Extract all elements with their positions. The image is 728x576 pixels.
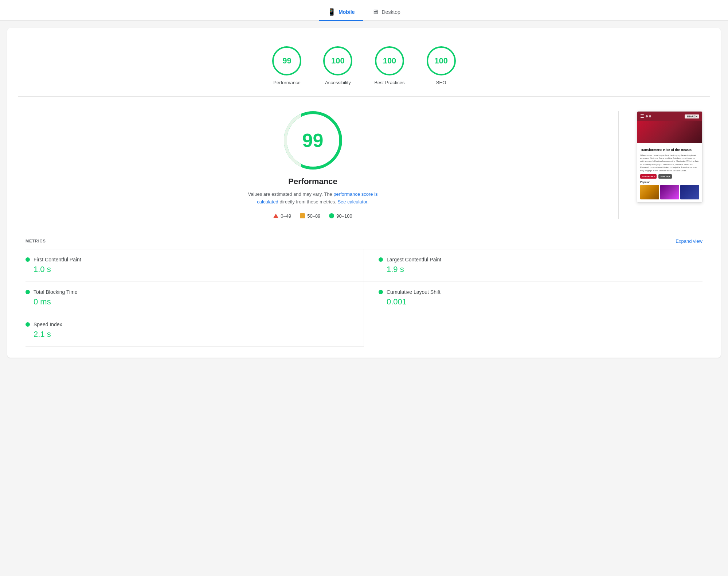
phone-circles: [646, 115, 651, 117]
score-best-practices: 100 Best Practices: [374, 46, 404, 85]
section-divider: [618, 111, 619, 219]
metrics-grid: First Contentful Paint 1.0 s Largest Con…: [26, 249, 702, 347]
metrics-section: METRICS Expand view First Contentful Pai…: [18, 233, 710, 347]
score-seo: 100 SEO: [427, 46, 456, 85]
thumbnail-2: [660, 185, 679, 199]
score-performance: 99 Performance: [272, 46, 301, 85]
cls-status-dot: [379, 290, 383, 294]
tab-desktop[interactable]: 🖥 Desktop: [363, 5, 409, 21]
tab-desktop-label: Desktop: [381, 9, 400, 15]
seo-value: 100: [434, 56, 448, 66]
performance-circle[interactable]: 99: [272, 46, 301, 75]
accessibility-circle[interactable]: 100: [323, 46, 352, 75]
tbt-status-dot: [26, 290, 30, 294]
lcp-value: 1.9 s: [387, 265, 702, 274]
lcp-name: Largest Contentful Paint: [387, 257, 441, 262]
seo-label: SEO: [436, 80, 446, 85]
tab-mobile[interactable]: 📱 Mobile: [319, 4, 363, 21]
pass-icon: [329, 213, 334, 218]
view-details-button[interactable]: VIEW DETAILS: [640, 174, 657, 179]
fcp-name: First Contentful Paint: [34, 257, 81, 262]
legend-fail: 0–49: [273, 213, 291, 219]
si-value: 2.1 s: [34, 330, 349, 339]
perf-desc-middle: directly from these metrics.: [278, 199, 338, 205]
tbt-name: Total Blocking Time: [34, 289, 78, 295]
tab-bar: 📱 Mobile 🖥 Desktop: [0, 0, 728, 21]
phone-hero-image: [637, 121, 702, 143]
phone-content: Transformers: Rise of the Beasts When a …: [637, 145, 702, 202]
phone-circle-1: [646, 115, 648, 117]
perf-desc-end: .: [367, 199, 369, 205]
si-status-dot: [26, 322, 30, 327]
legend-average-range: 50–89: [307, 213, 320, 219]
metric-si: Speed Index 2.1 s: [26, 314, 364, 347]
legend-pass: 90–100: [329, 213, 352, 219]
metric-lcp: Largest Contentful Paint 1.9 s: [364, 249, 702, 282]
see-calculator-link[interactable]: See calculator: [337, 199, 367, 205]
perf-description: Values are estimated and may vary. The p…: [244, 191, 382, 206]
scores-row: 99 Performance 100 Accessibility 100 Bes…: [18, 39, 710, 97]
fcp-value: 1.0 s: [34, 265, 349, 274]
phone-movie-desc: When a new threat capable of destroying …: [640, 154, 699, 172]
tab-mobile-label: Mobile: [338, 9, 355, 15]
metric-fcp: First Contentful Paint 1.0 s: [26, 249, 364, 282]
metric-fcp-header: First Contentful Paint: [26, 257, 349, 262]
lcp-status-dot: [379, 257, 383, 262]
phone-popular-label: Popular: [640, 181, 699, 183]
metric-cls: Cumulative Layout Shift 0.001: [364, 282, 702, 314]
best-practices-label: Best Practices: [374, 80, 404, 85]
legend-average: 50–89: [300, 213, 320, 219]
main-card: 99 Performance 100 Accessibility 100 Bes…: [7, 28, 721, 358]
phone-thumbnails: [640, 185, 699, 199]
score-accessibility: 100 Accessibility: [323, 46, 352, 85]
phone-movie-title: Transformers: Rise of the Beasts: [640, 148, 699, 152]
metrics-header: METRICS Expand view: [26, 233, 702, 249]
perf-title: Performance: [288, 177, 337, 186]
perf-desc-before: Values are estimated and may vary. The: [248, 191, 333, 197]
expand-view-button[interactable]: Expand view: [676, 238, 702, 244]
metric-cls-header: Cumulative Layout Shift: [379, 289, 702, 295]
performance-value: 99: [282, 56, 291, 66]
performance-label: Performance: [273, 80, 300, 85]
legend-pass-range: 90–100: [336, 213, 352, 219]
metric-tbt: Total Blocking Time 0 ms: [26, 282, 364, 314]
accessibility-label: Accessibility: [325, 80, 351, 85]
thumbnail-1: [640, 185, 659, 199]
fail-icon: [273, 214, 278, 218]
si-name: Speed Index: [34, 322, 62, 327]
cls-value: 0.001: [387, 297, 702, 307]
screenshot-area: ☰ SEARCH Transformers: Rise of the Beast…: [637, 111, 702, 203]
tbt-value: 0 ms: [34, 297, 349, 307]
phone-header-left: ☰: [640, 114, 651, 119]
metric-si-header: Speed Index: [26, 322, 349, 327]
thumbnail-3: [680, 185, 699, 199]
metric-tbt-header: Total Blocking Time: [26, 289, 349, 295]
best-practices-circle[interactable]: 100: [375, 46, 404, 75]
mobile-icon: 📱: [328, 8, 336, 16]
perf-left: 99 Performance Values are estimated and …: [26, 111, 600, 219]
best-practices-value: 100: [383, 56, 396, 66]
seo-circle[interactable]: 100: [427, 46, 456, 75]
cls-name: Cumulative Layout Shift: [387, 289, 441, 295]
legend-row: 0–49 50–89 90–100: [273, 213, 352, 219]
metrics-section-title: METRICS: [26, 239, 46, 243]
legend-fail-range: 0–49: [281, 213, 291, 219]
phone-circle-2: [649, 115, 651, 117]
phone-header: ☰ SEARCH: [637, 112, 702, 121]
phone-screenshot: ☰ SEARCH Transformers: Rise of the Beast…: [637, 111, 702, 203]
metric-lcp-header: Largest Contentful Paint: [379, 257, 702, 262]
big-score-circle: 99: [284, 111, 342, 170]
phone-search-button[interactable]: SEARCH: [685, 114, 699, 118]
big-score-value: 99: [302, 129, 324, 151]
desktop-icon: 🖥: [372, 8, 379, 16]
trailer-button[interactable]: TRAILER ▶: [658, 174, 672, 179]
fcp-status-dot: [26, 257, 30, 262]
phone-action-buttons: VIEW DETAILS TRAILER ▶: [640, 174, 699, 179]
hamburger-icon: ☰: [640, 114, 644, 119]
accessibility-value: 100: [331, 56, 345, 66]
average-icon: [300, 213, 305, 218]
performance-section: 99 Performance Values are estimated and …: [18, 97, 710, 233]
